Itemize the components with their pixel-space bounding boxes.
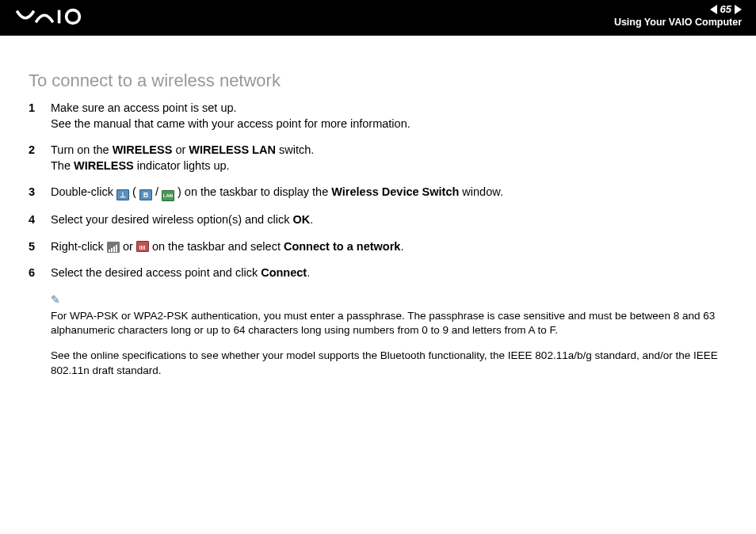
page-content: To connect to a wireless network 1Make s… <box>0 36 756 405</box>
step-number: 3 <box>29 185 51 201</box>
prev-page-arrow-icon[interactable] <box>710 5 717 14</box>
step-row: 4Select your desired wireless option(s) … <box>29 212 727 228</box>
note-text-2: See the online specifications to see whe… <box>51 349 727 377</box>
step-number: 1 <box>29 101 51 132</box>
step-row: 6Select the desired access point and cli… <box>29 265 727 281</box>
step-number: 6 <box>29 265 51 281</box>
note-pencil-icon: ✎ <box>51 292 727 307</box>
section-label: Using Your VAIO Computer <box>614 17 742 28</box>
svg-rect-0 <box>58 10 61 24</box>
lan-icon: LAN <box>162 190 174 201</box>
step-number: 2 <box>29 143 51 174</box>
note-block: ✎ For WPA-PSK or WPA2-PSK authentication… <box>51 292 727 378</box>
step-number: 4 <box>29 212 51 228</box>
step-body: Turn on the WIRELESS or WIRELESS LAN swi… <box>51 143 727 174</box>
bluetooth-b-icon: B <box>139 189 152 200</box>
step-row: 3Double-click ⊥ ( B / LAN ) on the taskb… <box>29 185 727 201</box>
step-body: Select the desired access point and clic… <box>51 265 727 281</box>
step-body: Select your desired wireless option(s) a… <box>51 212 727 228</box>
signal-strength-icon <box>107 242 120 253</box>
network-disconnected-icon <box>136 241 149 252</box>
next-page-arrow-icon[interactable] <box>735 5 742 14</box>
page-number: 65 <box>720 3 731 15</box>
step-row: 2Turn on the WIRELESS or WIRELESS LAN sw… <box>29 143 727 174</box>
step-row: 5Right-click or on the taskbar and selec… <box>29 239 727 255</box>
wireless-antenna-icon: ⊥ <box>116 189 129 200</box>
page-title: To connect to a wireless network <box>29 71 727 91</box>
step-row: 1Make sure an access point is set up.See… <box>29 101 727 132</box>
vaio-logo-svg <box>16 7 111 26</box>
header-bar: 65 Using Your VAIO Computer <box>0 0 756 36</box>
step-body: Right-click or on the taskbar and select… <box>51 239 727 255</box>
svg-point-1 <box>67 10 80 24</box>
step-number: 5 <box>29 239 51 255</box>
step-body: Make sure an access point is set up.See … <box>51 101 727 132</box>
page-navigation: 65 <box>614 3 742 15</box>
vaio-logo <box>16 6 111 32</box>
note-text-1: For WPA-PSK or WPA2-PSK authentication, … <box>51 309 727 338</box>
step-body: Double-click ⊥ ( B / LAN ) on the taskba… <box>51 185 727 201</box>
